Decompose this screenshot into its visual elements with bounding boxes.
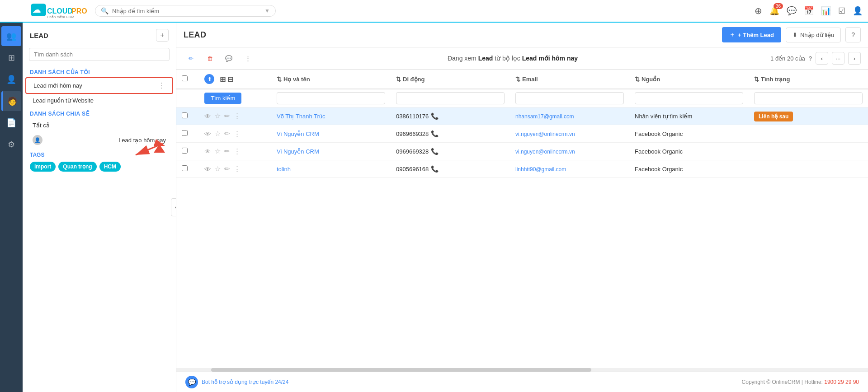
nav-leads[interactable]: 👥 [1, 26, 21, 46]
col-ho-va-ten-label: Họ và tên [283, 76, 310, 83]
col-di-dong[interactable]: ⇅ Di động [391, 70, 510, 89]
nav-document[interactable]: 📄 [1, 113, 21, 133]
edit-icon[interactable]: ✏ [184, 51, 198, 65]
row-checkbox[interactable] [182, 148, 188, 154]
row-actions: 👁 ☆ ✏ ⋮ [204, 165, 266, 173]
add-lead-button[interactable]: ＋ + Thêm Lead [722, 27, 781, 42]
notification-icon[interactable]: 🔔 36 [769, 6, 779, 16]
nav-grid[interactable]: ⊞ [1, 48, 21, 68]
row-checkbox[interactable] [182, 112, 188, 118]
lead-email[interactable]: vi.nguyen@onlinecrm.vn [515, 131, 575, 137]
search-button[interactable]: Tìm kiếm [204, 93, 241, 104]
sidebar-item-lead-moi-hom-nay[interactable]: Lead mới hôm nay ⋮ [25, 77, 173, 94]
sidebar-add-button[interactable]: + [156, 29, 169, 42]
nav-person[interactable]: 🧑 [1, 91, 21, 111]
row-checkbox[interactable] [182, 165, 188, 171]
col-di-dong-label: Di động [403, 76, 425, 83]
list-view-icon[interactable]: ⊟ [227, 75, 233, 84]
hamburger-button[interactable] [5, 1, 25, 21]
phone-icon[interactable]: 📞 [431, 130, 439, 137]
star-icon[interactable]: ☆ [215, 112, 221, 120]
lead-name[interactable]: Võ Thị Thanh Trúc [277, 113, 326, 120]
search-nguon-input[interactable] [635, 92, 743, 104]
edit-row-icon[interactable]: ✏ [224, 130, 230, 138]
view-icon[interactable]: 👁 [204, 112, 211, 120]
col-tinh-trang[interactable]: ⇅ Tình trạng [749, 70, 868, 89]
search-email-input[interactable] [515, 92, 624, 104]
list-item-menu-icon[interactable]: ⋮ [158, 81, 165, 90]
lead-nguon: Facebook Organic [635, 131, 683, 137]
prev-page-button[interactable]: ‹ [816, 52, 828, 65]
col-nguon[interactable]: ⇅ Nguồn [629, 70, 749, 89]
lead-email[interactable]: nhansam17@gmail.com [515, 113, 574, 120]
filter-prefix: Đang xem [448, 55, 478, 62]
calendar-icon[interactable]: 📅 [804, 6, 814, 16]
star-icon[interactable]: ☆ [215, 165, 221, 173]
icon-nav: 👥 ⊞ 👤 🧑 📄 ⚙ [0, 23, 23, 392]
row-actions: 👁 ☆ ✏ ⋮ [204, 130, 266, 138]
search-list-input[interactable] [29, 48, 170, 61]
edit-row-icon[interactable]: ✏ [224, 165, 230, 173]
horizontal-scrollbar[interactable] [176, 368, 868, 372]
chat-icon[interactable]: 💬 [787, 6, 797, 16]
edit-row-icon[interactable]: ✏ [224, 112, 230, 120]
add-icon[interactable]: ⊕ [755, 5, 762, 16]
nav-settings[interactable]: ⚙ [1, 135, 21, 154]
search-input[interactable] [112, 8, 261, 14]
chart-icon[interactable]: 📊 [821, 6, 831, 16]
phone-icon[interactable]: 📞 [431, 165, 439, 173]
status-badge[interactable]: Liên hệ sau [754, 112, 793, 121]
tag-quan-trong[interactable]: Quan trọng [58, 162, 96, 172]
select-all-checkbox[interactable] [182, 75, 188, 81]
grid-view-icon[interactable]: ⊞ [220, 75, 226, 84]
sidebar-collapse-button[interactable]: ‹ [171, 198, 176, 216]
search-icon: 🔍 [101, 7, 108, 14]
view-icon[interactable]: 👁 [204, 165, 211, 173]
sidebar-item-lead-nguon-tu-website[interactable]: Lead nguồn từ Website [25, 94, 173, 107]
next-page-button[interactable]: › [848, 52, 861, 65]
star-icon[interactable]: ☆ [215, 147, 221, 155]
search-row: Tìm kiếm [176, 89, 868, 107]
sidebar-item-tat-ca[interactable]: Tất cả [25, 119, 173, 132]
more-row-icon[interactable]: ⋮ [234, 130, 241, 138]
import-button[interactable]: ⬇ Nhập dữ liệu [786, 28, 841, 42]
lead-email[interactable]: linhhtt90@gmail.com [515, 166, 566, 173]
comment-icon[interactable]: 💬 [222, 51, 236, 65]
more-row-icon[interactable]: ⋮ [234, 165, 241, 173]
search-name-input[interactable] [277, 92, 385, 104]
view-icon[interactable]: 👁 [204, 130, 211, 138]
col-nguon-label: Nguồn [642, 76, 660, 83]
phone-icon[interactable]: 📞 [431, 148, 439, 155]
star-icon[interactable]: ☆ [215, 130, 221, 138]
search-tinh-trang-input[interactable] [754, 92, 863, 104]
tag-import[interactable]: import [30, 162, 56, 172]
hotline-link[interactable]: 1900 29 29 90 [824, 379, 859, 385]
plus-icon: ＋ [729, 31, 735, 39]
lead-name[interactable]: Vi Nguyễn CRM [277, 131, 319, 137]
scrollbar-thumb[interactable] [211, 368, 592, 372]
help-button[interactable]: ? [845, 27, 861, 42]
tasks-icon[interactable]: ☑ [838, 6, 845, 16]
lead-name[interactable]: Vi Nguyễn CRM [277, 148, 319, 155]
nav-contacts[interactable]: 👤 [1, 70, 21, 89]
lead-name[interactable]: tolinh [277, 166, 291, 173]
lead-email[interactable]: vi.nguyen@onlinecrm.vn [515, 149, 575, 155]
row-checkbox[interactable] [182, 130, 188, 136]
chat-support[interactable]: 💬 Bot hỗ trợ sử dụng trực tuyến 24/24 [185, 376, 288, 388]
col-ho-va-ten[interactable]: ⇅ Họ và tên [271, 70, 391, 89]
user-icon[interactable]: 👤 [853, 6, 863, 16]
more-pages-button[interactable]: ··· [832, 52, 844, 65]
delete-icon[interactable]: 🗑 [203, 51, 217, 65]
more-row-icon[interactable]: ⋮ [234, 112, 241, 120]
edit-row-icon[interactable]: ✏ [224, 147, 230, 155]
view-icon[interactable]: 👁 [204, 148, 211, 155]
more-row-icon[interactable]: ⋮ [234, 147, 241, 155]
phone-icon[interactable]: 📞 [431, 112, 439, 120]
col-email-label: Email [522, 76, 538, 83]
search-phone-input[interactable] [396, 92, 505, 104]
col-email[interactable]: ⇅ Email [510, 70, 629, 89]
more-icon[interactable]: ⋮ [241, 51, 255, 65]
tag-hcm[interactable]: HCM [99, 162, 121, 172]
avatar: 👤 [33, 135, 42, 145]
global-search[interactable]: 🔍 ▼ [95, 5, 276, 17]
